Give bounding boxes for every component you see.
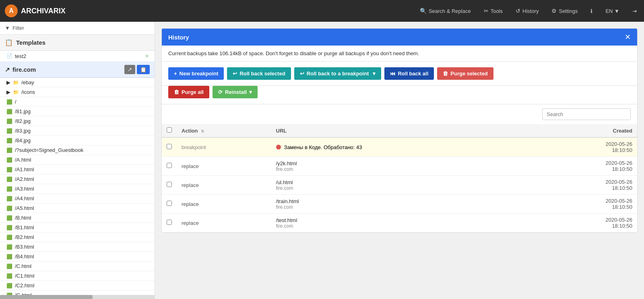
row-checkbox-cell bbox=[162, 176, 177, 195]
list-item[interactable]: 🟩 /A.html bbox=[0, 155, 155, 165]
list-item[interactable]: 🟩 /A5.html bbox=[0, 203, 155, 213]
row-checkbox[interactable] bbox=[167, 182, 172, 187]
list-item[interactable]: 🟩 /B4.html bbox=[0, 252, 155, 262]
roll-back-breakpoint-button[interactable]: ↩ Roll back to a breakpoint ▾ bbox=[294, 67, 382, 80]
list-item[interactable]: 🟩 /A4.html bbox=[0, 194, 155, 203]
history-info: Current backups take 106.14kB of space. … bbox=[162, 46, 637, 62]
new-breakpoint-icon: + bbox=[174, 71, 177, 77]
table-row: breakpoint Замены в Коде. Обработано: 43… bbox=[162, 137, 637, 157]
list-item[interactable]: ▶ 📁 /ebay bbox=[0, 78, 155, 87]
file-name: /C2.html bbox=[15, 282, 34, 289]
horizontal-scrollbar[interactable] bbox=[0, 295, 155, 299]
roll-back-all-button[interactable]: ⏮ Roll back all bbox=[384, 67, 434, 80]
row-checkbox[interactable] bbox=[167, 163, 172, 168]
list-item[interactable]: 🟩 /B1.html bbox=[0, 223, 155, 233]
table-row: replace /ul.html fire.com 2020-05-2618:1… bbox=[162, 176, 637, 195]
list-item[interactable]: 🟩 / bbox=[0, 97, 155, 107]
list-item[interactable]: 📄 test2 ＋ bbox=[0, 51, 155, 62]
roll-back-selected-label: Roll back selected bbox=[239, 71, 285, 77]
nav-lang[interactable]: EN ▼ bbox=[603, 6, 622, 16]
scrollbar-thumb[interactable] bbox=[0, 295, 93, 299]
file-name: /B1.html bbox=[15, 224, 34, 230]
history-actions: + New breakpoint ↩ Roll back selected ↩ … bbox=[162, 62, 637, 86]
row-checkbox[interactable] bbox=[167, 201, 172, 206]
list-item[interactable]: 🟩 /84.jpg bbox=[0, 136, 155, 145]
folder-name: /icons bbox=[21, 89, 35, 95]
row-checkbox[interactable] bbox=[167, 144, 172, 149]
roll-back-breakpoint-label: Roll back to a breakpoint bbox=[307, 71, 369, 77]
filter-label: Filter bbox=[12, 25, 24, 31]
list-item[interactable]: 🟩 /81.jpg bbox=[0, 107, 155, 116]
search-input[interactable] bbox=[542, 108, 631, 120]
file-icon: 🟩 bbox=[6, 186, 12, 192]
purge-all-icon: 🗑 bbox=[174, 89, 179, 95]
row-checkbox-cell bbox=[162, 157, 177, 176]
list-item[interactable]: 🟩 /C1.html bbox=[0, 271, 155, 281]
row-checkbox-cell bbox=[162, 137, 177, 157]
reinstall-dropdown-icon: ▾ bbox=[249, 89, 252, 95]
purge-all-button[interactable]: 🗑 Purge all bbox=[168, 86, 209, 98]
action-cell: replace bbox=[177, 214, 271, 233]
list-item[interactable]: 🟩 /C.html bbox=[0, 262, 155, 271]
row-checkbox-cell bbox=[162, 195, 177, 214]
roll-back-selected-button[interactable]: ↩ Roll back selected bbox=[227, 67, 291, 80]
list-item[interactable]: 🟩 /A1.html bbox=[0, 165, 155, 174]
history-close-button[interactable]: ✕ bbox=[625, 33, 631, 42]
nav-search-replace[interactable]: 🔍 Search & Replace bbox=[417, 6, 473, 16]
reinstall-button[interactable]: ⟳ Reinstall ▾ bbox=[213, 86, 258, 98]
file-icon: 🟩 bbox=[6, 99, 12, 105]
add-icon[interactable]: ＋ bbox=[144, 52, 150, 60]
nav-settings[interactable]: ⚙ Settings bbox=[549, 6, 580, 16]
list-item[interactable]: 🟩 /B2.html bbox=[0, 233, 155, 242]
url-main: /train.html bbox=[276, 198, 532, 204]
action-cell: replace bbox=[177, 157, 271, 176]
new-breakpoint-button[interactable]: + New breakpoint bbox=[168, 67, 224, 80]
file-icon: 🟩 bbox=[6, 167, 12, 172]
file-icon: 🟩 bbox=[6, 128, 12, 134]
file-icon: 🟩 bbox=[6, 283, 12, 289]
nav-info[interactable]: ℹ bbox=[588, 6, 595, 16]
nav-logout[interactable]: ⇥ bbox=[630, 6, 639, 16]
list-item[interactable]: 🟩 /G.html bbox=[0, 291, 155, 295]
file-icon: 🟩 bbox=[6, 244, 12, 250]
file-name: /B.html bbox=[15, 215, 31, 221]
url-cell: Замены в Коде. Обработано: 43 bbox=[271, 137, 537, 157]
action-cell: replace bbox=[177, 176, 271, 195]
file-icon: 🟩 bbox=[6, 157, 12, 163]
list-item[interactable]: 🟩 /C2.html bbox=[0, 281, 155, 291]
created-cell: 2020-05-2618:10:50 bbox=[536, 176, 637, 195]
file-name: /A2.html bbox=[15, 176, 34, 182]
list-item[interactable]: 🟩 /A2.html bbox=[0, 174, 155, 184]
roll-back-breakpoint-icon: ↩ bbox=[300, 71, 304, 77]
history-header: History ✕ bbox=[162, 29, 637, 46]
purge-selected-button[interactable]: 🗑 Purge selected bbox=[437, 67, 493, 80]
file-name: /A1.html bbox=[15, 166, 34, 172]
folder-icon: 📁 bbox=[13, 89, 19, 95]
list-item[interactable]: 🟩 /83.jpg bbox=[0, 126, 155, 136]
nav-tools[interactable]: ✂ Tools bbox=[481, 6, 505, 16]
file-name: /B4.html bbox=[15, 253, 34, 260]
url-cell: /y2k.html fire.com bbox=[271, 157, 537, 176]
list-item[interactable]: 🟩 /B.html bbox=[0, 213, 155, 223]
site-redirect-button[interactable]: ↗ bbox=[124, 65, 135, 74]
action-col-header: Action ⇅ bbox=[177, 124, 271, 137]
select-all-checkbox[interactable] bbox=[167, 127, 172, 133]
file-name: test2 bbox=[15, 53, 26, 59]
list-item[interactable]: 🟩 /82.jpg bbox=[0, 116, 155, 126]
url-sub: fire.com bbox=[276, 166, 532, 172]
site-copy-button[interactable]: 📋 bbox=[137, 65, 150, 74]
list-item[interactable]: 🟩 /B3.html bbox=[0, 242, 155, 252]
history-panel: History ✕ Current backups take 106.14kB … bbox=[161, 28, 638, 233]
list-item[interactable]: 🟩 /A3.html bbox=[0, 184, 155, 194]
reinstall-icon: ⟳ bbox=[218, 89, 223, 95]
list-item[interactable]: ▶ 📁 /icons bbox=[0, 87, 155, 97]
roll-back-all-icon: ⏮ bbox=[390, 71, 395, 77]
history-actions-row2: 🗑 Purge all ⟳ Reinstall ▾ bbox=[162, 86, 637, 104]
row-checkbox[interactable] bbox=[167, 220, 172, 225]
nav-history[interactable]: ↺ History bbox=[513, 6, 541, 16]
settings-icon: ⚙ bbox=[551, 8, 557, 14]
list-item[interactable]: 🟩 /?subject=Signed_Guestbook bbox=[0, 145, 155, 155]
row-checkbox-cell bbox=[162, 214, 177, 233]
table-row: replace /train.html fire.com 2020-05-261… bbox=[162, 195, 637, 214]
file-name: /82.jpg bbox=[15, 118, 31, 124]
